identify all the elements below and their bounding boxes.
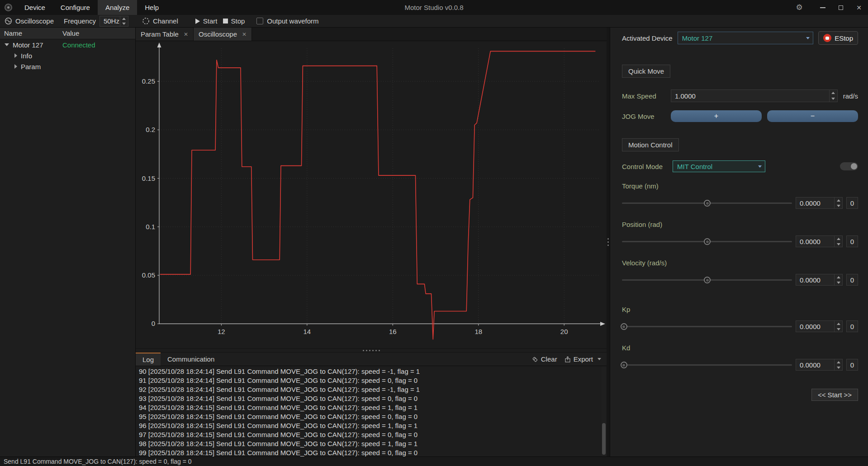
kp-slider[interactable] (622, 323, 792, 330)
velocity-slider[interactable] (622, 276, 792, 283)
export-button[interactable]: Export (564, 355, 601, 363)
window-controls: ⚙ ✕ (790, 0, 868, 15)
activated-device-combo[interactable]: Motor 127 (678, 32, 813, 44)
max-speed-spinbox[interactable]: 1.0000 (671, 89, 838, 102)
spin-down-icon[interactable] (835, 280, 842, 285)
tree-row-info[interactable]: Info (0, 50, 135, 61)
control-mode-combo[interactable]: MIT Control (673, 160, 765, 172)
chevron-down-icon (803, 32, 813, 44)
spin-up-icon[interactable] (835, 274, 842, 280)
chevron-down-icon[interactable] (598, 358, 601, 360)
stop-button[interactable]: Stop (223, 17, 245, 25)
titlebar: Device Configure Analyze Help Motor Stud… (0, 0, 868, 15)
spin-arrows[interactable] (834, 274, 842, 285)
oscilloscope-button[interactable]: Oscilloscope (5, 17, 54, 25)
spin-arrows[interactable] (834, 321, 842, 332)
svg-text:0.2: 0.2 (146, 126, 155, 133)
svg-text:0.15: 0.15 (142, 174, 155, 182)
spin-up-icon[interactable] (835, 198, 842, 203)
menu-analyze[interactable]: Analyze (98, 0, 137, 15)
torque-value-spinbox[interactable]: 0.0000 (796, 197, 843, 209)
log-scrollbar[interactable] (602, 366, 606, 457)
kp-value: 0.0000 (796, 321, 834, 332)
spin-down-icon[interactable] (835, 365, 842, 370)
enable-toggle[interactable] (840, 162, 858, 170)
maximize-icon (839, 5, 843, 10)
spin-down-icon[interactable] (835, 326, 842, 332)
close-icon[interactable]: ✕ (242, 31, 247, 38)
log-line: 93 [2025/10/28 18:24:14] Send L91 Comman… (139, 394, 600, 403)
position-extra-spinbox[interactable]: 0 (846, 235, 858, 247)
slider-handle[interactable] (704, 277, 711, 283)
frequency-spinbox[interactable]: 50Hz (100, 16, 128, 27)
kd-slider[interactable] (622, 361, 792, 368)
spin-arrows[interactable] (834, 359, 842, 370)
output-waveform-checkbox[interactable] (256, 18, 263, 24)
spin-down-icon[interactable] (830, 96, 837, 102)
kp-value-spinbox[interactable]: 0.0000 (796, 320, 843, 332)
slider-handle[interactable] (621, 323, 627, 330)
position-value-spinbox[interactable]: 0.0000 (796, 235, 843, 247)
svg-text:0.05: 0.05 (142, 271, 155, 279)
tab-param-table[interactable]: Param Table ✕ (136, 28, 194, 41)
spin-up-icon[interactable] (835, 236, 842, 241)
tree-row-motor-127[interactable]: Motor 127 Connected (0, 39, 135, 50)
spin-up-icon[interactable] (835, 321, 842, 326)
control-panel: Activated Device Motor 127 EStop Quick M… (610, 28, 868, 457)
collapsed-arrow-icon[interactable] (14, 64, 17, 69)
close-icon[interactable]: ✕ (184, 31, 188, 38)
spin-down-icon[interactable] (835, 241, 842, 247)
menu-device[interactable]: Device (17, 0, 53, 15)
oscilloscope-chart[interactable]: 121416182000.050.10.150.20.25 (136, 41, 607, 348)
jog-minus-button[interactable]: − (767, 110, 858, 122)
spin-down-icon[interactable] (835, 203, 842, 208)
log-actions: Clear Export (532, 353, 607, 366)
kp-extra-spinbox[interactable]: 0 (846, 320, 858, 332)
kd-value-spinbox[interactable]: 0.0000 (796, 359, 843, 371)
clear-button[interactable]: Clear (532, 355, 557, 363)
menu-configure[interactable]: Configure (53, 0, 98, 15)
spin-up-icon[interactable] (835, 359, 842, 365)
channel-button[interactable]: Channel (142, 17, 178, 25)
slider-handle[interactable] (704, 200, 711, 207)
frequency-spin-arrows[interactable] (120, 16, 128, 26)
spin-up-icon[interactable] (120, 16, 128, 21)
svg-text:18: 18 (474, 328, 482, 335)
svg-text:0.25: 0.25 (142, 77, 155, 85)
spin-up-icon[interactable] (830, 90, 837, 96)
tree-row-param[interactable]: Param (0, 61, 135, 72)
settings-button[interactable]: ⚙ (790, 0, 808, 15)
minimize-button[interactable] (814, 0, 832, 15)
menu-label: Analyze (105, 4, 129, 11)
menu-help[interactable]: Help (137, 0, 166, 15)
spin-arrows[interactable] (834, 198, 842, 208)
slider-handle[interactable] (704, 238, 711, 245)
velocity-extra-spinbox[interactable]: 0 (846, 274, 858, 286)
vertical-splitter[interactable] (607, 28, 610, 457)
maximize-button[interactable] (832, 0, 850, 15)
torque-slider[interactable] (622, 199, 792, 207)
jog-move-label: JOG Move (622, 113, 665, 120)
start-button[interactable]: Start (195, 17, 218, 25)
spin-arrows[interactable] (829, 90, 837, 102)
spin-arrows[interactable] (834, 236, 842, 247)
spin-down-icon[interactable] (120, 21, 128, 26)
torque-extra-spinbox[interactable]: 0 (846, 197, 858, 209)
scrollbar-thumb[interactable] (602, 423, 606, 455)
collapsed-arrow-icon[interactable] (14, 53, 17, 58)
position-slider[interactable] (622, 238, 792, 245)
horizontal-splitter[interactable] (136, 348, 607, 353)
kd-label: Kd (622, 344, 858, 352)
kd-extra-spinbox[interactable]: 0 (846, 359, 858, 371)
slider-handle[interactable] (621, 362, 627, 368)
expand-arrow-icon[interactable] (5, 43, 9, 46)
tab-log[interactable]: Log (136, 353, 161, 366)
estop-button[interactable]: EStop (818, 31, 858, 45)
velocity-label: Velocity (rad/s) (622, 259, 858, 267)
tab-communication[interactable]: Communication (161, 353, 221, 366)
jog-plus-button[interactable]: + (671, 110, 762, 122)
velocity-value-spinbox[interactable]: 0.0000 (796, 274, 843, 286)
start-motion-button[interactable]: << Start >> (811, 389, 858, 401)
close-button[interactable]: ✕ (850, 0, 868, 15)
tab-oscilloscope[interactable]: Oscilloscope ✕ (194, 28, 252, 41)
